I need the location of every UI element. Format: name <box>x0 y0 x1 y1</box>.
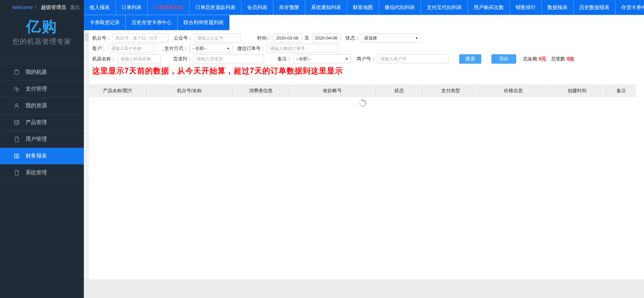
report-icon <box>13 153 20 159</box>
tab-income-report[interactable]: 收入报表 <box>84 0 115 15</box>
pay-type-select[interactable]: --全部--▼ <box>190 44 232 53</box>
sidebar-item-my-resources[interactable]: 我的资源 <box>0 98 84 114</box>
public-account-input[interactable] <box>194 34 240 43</box>
sidebar-item-label: 支付管理 <box>25 85 47 93</box>
search-button[interactable]: 搜索 <box>459 54 481 64</box>
tab-data-report[interactable]: 数据报表 <box>541 0 573 15</box>
tab-user-purchase-count[interactable]: 用户购买次数 <box>468 0 509 15</box>
remark-label: 备注： <box>277 56 291 62</box>
table-header-cell: 产品名称/图片 <box>89 85 147 97</box>
sidebar-item-my-machines[interactable]: 我的机器 <box>0 64 84 81</box>
filter-form: 机台号：公众号：时间：至状态：请选择▼客户：支付方式：--全部--▼微信订单号：… <box>84 30 644 64</box>
filter-group-time-range: 时间：至 <box>257 34 341 43</box>
status-label: 状态： <box>345 35 360 41</box>
filter-group-pay-type: 支付方式：--全部--▼ <box>164 44 232 53</box>
sidebar-item-user-management[interactable]: 用户管理 <box>0 131 84 148</box>
merchant-no-input[interactable] <box>377 54 448 63</box>
lane-label: 货道列： <box>173 56 192 62</box>
chevron-down-icon: ▼ <box>227 47 230 50</box>
sidebar-item-label: 系统管理 <box>25 169 47 176</box>
machine-no-input[interactable] <box>113 34 169 43</box>
tab-order-history-list[interactable]: 订单历史列表 <box>147 0 189 15</box>
date-to-input[interactable] <box>312 34 341 43</box>
merchant-no-label: 商户号： <box>357 56 376 62</box>
table-header-cell: 价格信息 <box>479 85 548 97</box>
filter-group-machine-name: 机器名称： <box>92 54 161 63</box>
tab-unilever-quiz-list[interactable]: 联合利华答题列表 <box>177 15 229 30</box>
status-select[interactable]: 请选择▼ <box>361 34 421 43</box>
sidebar-item-label: 产品管理 <box>25 119 47 126</box>
table-header-cell: 消费者信息 <box>232 85 289 97</box>
sidebar-item-system-management[interactable]: 系统管理 <box>0 165 84 181</box>
wechat-order-no-input[interactable] <box>267 44 338 53</box>
customer-label: 客户： <box>92 46 106 52</box>
document-icon <box>13 136 20 142</box>
table-header-cell: 创建时间 <box>548 85 606 97</box>
tab-stock-warning[interactable]: 库存预警 <box>273 0 305 15</box>
table-header-cell: 收款帐号 <box>289 85 376 97</box>
welcome-bar: Welcome！ 超级管理员 退出 <box>0 0 84 15</box>
remark-select[interactable]: --全部--▼ <box>293 54 351 63</box>
tab-wealth-map[interactable]: 财富地图 <box>347 0 379 15</box>
time-range-label: 时间： <box>257 35 271 41</box>
tab-stock-card-center[interactable]: 存货卡券中心 <box>615 0 644 15</box>
brand-tagline: 您的机器管理专家 <box>0 37 84 46</box>
main-area: 收入报表订单列表订单历史列表订单历史退款列表会员列表库存预警系统通知列表财富地图… <box>84 0 644 298</box>
app-window: Welcome！ 超级管理员 退出 亿购 您的机器管理专家 我的机器支付管理我的… <box>0 0 644 298</box>
tab-order-history-refund-list[interactable]: 订单历史退款列表 <box>189 0 241 15</box>
database-icon <box>13 119 20 126</box>
filter-group-lane: 货道列： <box>173 54 264 63</box>
tab-history-stock-card-center[interactable]: 历史存货卡券中心 <box>125 15 177 30</box>
export-button[interactable]: 导出 <box>491 54 516 64</box>
total-amount-label: 总金额: <box>523 56 538 62</box>
date-from-input[interactable] <box>273 34 302 43</box>
sidebar-item-payment-management[interactable]: 支付管理 <box>0 81 84 98</box>
sidebar-item-product-management[interactable]: 产品管理 <box>0 114 84 131</box>
filter-group-customer: 客户： <box>92 44 154 53</box>
totals-summary: 总金额:0元总笔数:0次 <box>523 56 578 62</box>
logout-link[interactable]: 退出 <box>70 4 80 11</box>
tab-alipay-withhold-list[interactable]: 支付宝代扣列表 <box>421 0 468 15</box>
filter-group-merchant-no: 商户号： <box>357 54 448 63</box>
table-header-cell: 状态 <box>376 85 423 97</box>
sidebar: Welcome！ 超级管理员 退出 亿购 您的机器管理专家 我的机器支付管理我的… <box>0 0 84 298</box>
table-header-cell: 备注 <box>606 85 636 97</box>
chevron-down-icon: ▼ <box>345 57 348 61</box>
filter-row-1: 机台号：公众号：时间：至状态：请选择▼ <box>92 33 644 43</box>
notice-banner: 这里显示7天前的数据，从今天开始算，超过7天的订单数据到这里显示 <box>84 64 644 76</box>
sidebar-item-finance-reports[interactable]: 财务报表 <box>0 148 84 165</box>
machine-name-label: 机器名称： <box>92 56 116 62</box>
tab-wechat-withhold-list[interactable]: 微信代扣列表 <box>379 0 421 15</box>
tab-system-notice-list[interactable]: 系统通知列表 <box>305 0 347 15</box>
pay-type-select-value: --全部-- <box>192 46 207 52</box>
welcome-text: Welcome！ <box>12 4 38 11</box>
top-nav-row1: 收入报表订单列表订单历史列表订单历史退款列表会员列表库存预警系统通知列表财富地图… <box>84 0 644 15</box>
left-gutter <box>84 30 89 279</box>
top-nav-row2-bar: 卡券取货记录历史存货卡券中心联合利华答题列表 <box>84 15 229 30</box>
brand-logo: 亿购 <box>0 18 84 36</box>
filter-group-public-account: 公众号： <box>174 34 240 43</box>
content-panel: 机台号：公众号：时间：至状态：请选择▼客户：支付方式：--全部--▼微信订单号：… <box>84 30 644 298</box>
total-amount-value: 0元 <box>539 56 546 62</box>
machine-no-label: 机台号： <box>92 35 111 41</box>
tab-sales-ranking[interactable]: 销售排行 <box>509 0 541 15</box>
total-count-label: 总笔数: <box>551 56 567 62</box>
tab-order-list[interactable]: 订单列表 <box>115 0 147 15</box>
tab-history-data-report[interactable]: 历史数据报表 <box>573 0 615 15</box>
filter-row-2: 客户：支付方式：--全部--▼微信订单号： <box>92 43 644 54</box>
public-account-label: 公众号： <box>174 35 193 41</box>
wechat-order-no-label: 微信订单号： <box>237 46 265 52</box>
pay-type-label: 支付方式： <box>164 46 188 52</box>
total-count-value: 0次 <box>567 56 575 62</box>
brand: 亿购 您的机器管理专家 <box>0 15 84 46</box>
top-nav-row2: 卡券取货记录历史存货卡券中心联合利华答题列表 <box>84 15 644 30</box>
customer-input[interactable] <box>108 44 154 53</box>
status-select-value: 请选择 <box>364 35 377 41</box>
lane-input[interactable] <box>194 54 264 63</box>
remark-select-value: --全部-- <box>296 56 310 62</box>
machine-name-input[interactable] <box>117 54 161 63</box>
tab-member-list[interactable]: 会员列表 <box>241 0 273 15</box>
date-range-joiner: 至 <box>305 35 309 41</box>
filter-group-wechat-order-no: 微信订单号： <box>237 44 338 53</box>
tab-card-pickup-record[interactable]: 卡券取货记录 <box>84 15 125 30</box>
